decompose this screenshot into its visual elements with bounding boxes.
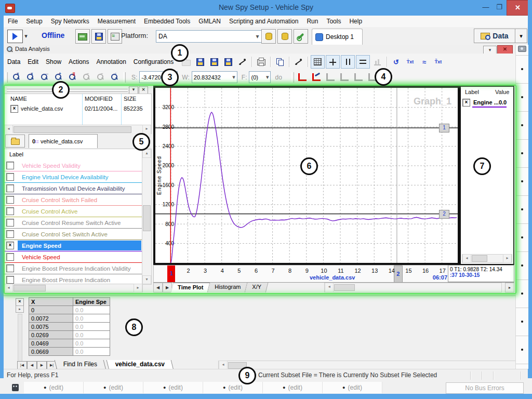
panel-close-button[interactable]: ✕ <box>139 86 148 94</box>
tab-histogram[interactable]: Histogram <box>208 283 248 292</box>
label-checkbox[interactable] <box>6 196 14 204</box>
da-menu-configurations[interactable]: Configurations <box>130 54 177 65</box>
signal-checkbox[interactable] <box>462 99 470 107</box>
axis-setup-button[interactable] <box>296 71 309 84</box>
scroll-left-icon[interactable]: ◂ <box>462 254 471 263</box>
menu-help[interactable]: Help <box>345 16 366 25</box>
data-button[interactable]: Data <box>474 29 515 43</box>
scrollbar-thumb[interactable] <box>334 284 355 291</box>
tab-time-plot[interactable]: Time Plot <box>171 283 210 292</box>
panel-vscrollbar[interactable] <box>18 314 22 364</box>
grid-toggle-button[interactable] <box>311 55 325 69</box>
zoom-x-button[interactable]: x <box>10 71 23 84</box>
save-button[interactable] <box>194 56 207 68</box>
function-key-slot[interactable]: ●(edit) <box>143 382 203 393</box>
hardware-button[interactable] <box>75 29 90 44</box>
panel-close-button[interactable]: × <box>16 298 24 306</box>
txt-wave-button[interactable]: T̃xt <box>432 56 445 68</box>
scrollbar-thumb[interactable] <box>14 126 131 133</box>
panel-expand-icon[interactable]: ▸ <box>16 305 24 313</box>
zoom-box-button[interactable]: ▫ <box>108 71 121 84</box>
vertical-cursors-button[interactable] <box>341 55 355 69</box>
label-checkbox[interactable] <box>6 219 14 227</box>
da-menu-annotation[interactable]: Annotation <box>92 54 129 65</box>
dock-item-button[interactable] <box>516 168 528 196</box>
scroll-down-icon[interactable]: ▾ <box>142 275 151 284</box>
label-checkbox[interactable] <box>6 253 14 261</box>
zoom-width-button[interactable]: ↔ <box>38 71 51 84</box>
histogram-view-button[interactable] <box>371 56 384 68</box>
menu-tools[interactable]: Tools <box>322 16 345 25</box>
table-row[interactable]: 0.02690.0 <box>29 331 110 339</box>
frame-combobox[interactable]: (0) ▾ <box>249 71 271 83</box>
menu-run[interactable]: Run <box>302 16 322 25</box>
capture-button[interactable] <box>516 45 528 56</box>
time-plot-graph[interactable]: 400800120016002000240028003200Engine Spe… <box>153 86 460 265</box>
width-combobox[interactable]: 20.832432 ▾ <box>192 71 237 83</box>
run-dropdown[interactable]: ▾ <box>22 30 30 42</box>
scrollbar-thumb[interactable] <box>143 205 151 231</box>
function-key-slot[interactable]: ●(edit) <box>203 382 263 393</box>
axis-color-button[interactable] <box>310 71 323 84</box>
toolbar-grip[interactable] <box>291 72 294 83</box>
toolbar-grip[interactable] <box>123 72 126 83</box>
save-all-button[interactable] <box>208 56 221 68</box>
dock-item-button[interactable] <box>516 84 528 112</box>
menu-setup[interactable]: Setup <box>22 16 46 25</box>
da-menu-dropdown[interactable]: ▾ <box>483 46 497 54</box>
menu-gmlan[interactable]: GMLAN <box>194 16 225 25</box>
dock-item-button[interactable] <box>516 140 528 168</box>
scroll-right-icon[interactable]: ▸ <box>503 254 512 263</box>
label-row[interactable]: Transmission Virtual Device Availability <box>4 183 142 194</box>
column-header-modified[interactable]: MODIFIED <box>85 96 113 102</box>
label-checkbox[interactable] <box>6 264 14 272</box>
file-tab-vehicle-data[interactable]: 0∷ vehicle_data.csv <box>29 134 98 148</box>
table-row[interactable]: 0.06690.0 <box>29 348 110 356</box>
platform-select[interactable]: DA ▾ <box>156 30 262 43</box>
marker-2-handle[interactable]: 2 <box>439 210 449 219</box>
dock-item-button[interactable] <box>516 196 528 224</box>
table-row[interactable]: 0.00750.0 <box>29 323 110 331</box>
function-key-slot[interactable]: ●(edit) <box>84 382 143 393</box>
tab-desktop-1[interactable]: Desktop 1 <box>312 29 363 45</box>
scrollbar-thumb[interactable] <box>472 255 487 262</box>
export-data-button[interactable] <box>222 56 235 68</box>
copy-button[interactable] <box>273 56 286 68</box>
logging-button[interactable] <box>108 29 122 44</box>
wrench-button[interactable] <box>294 29 308 44</box>
column-header-size[interactable]: SIZE <box>124 96 136 102</box>
plot-hscrollbar[interactable]: ◂ <box>324 283 502 292</box>
panel-drag-grip[interactable]: ▼ ✕ <box>4 85 151 94</box>
open-folder-button[interactable] <box>5 135 25 148</box>
trace-line-button[interactable] <box>292 56 305 68</box>
time-cursor-1[interactable]: 1 <box>167 265 175 283</box>
label-row[interactable]: Cruise Control Set Switch Active <box>4 229 142 240</box>
value-column-label[interactable]: Label <box>465 89 479 95</box>
da-menu-actions[interactable]: Actions <box>65 54 92 65</box>
tab-scroll-right-icon[interactable]: ▸ <box>505 283 514 292</box>
time-ruler[interactable]: 1 2 vehicle_data.csv 06:07 2345678910111… <box>153 265 449 283</box>
column-header-engine-spe[interactable]: Engine Spe <box>73 298 110 306</box>
label-checkbox[interactable] <box>6 162 14 169</box>
menu-spy-networks[interactable]: Spy Networks <box>47 16 94 25</box>
dock-item-button[interactable] <box>516 280 528 308</box>
database-button[interactable] <box>261 29 276 44</box>
zoom-out-button[interactable]: − <box>80 71 93 84</box>
label-checkbox[interactable] <box>6 184 14 192</box>
label-row[interactable]: Cruise Control Active <box>4 206 142 217</box>
function-key-slot[interactable]: ●(edit) <box>24 382 84 393</box>
wave-left-button[interactable]: ≈ <box>418 56 431 68</box>
scrollbar-thumb[interactable] <box>14 285 46 291</box>
label-row[interactable]: Engine Boost Pressure Indication Validit… <box>4 263 142 274</box>
database-export-button[interactable] <box>277 29 292 44</box>
maximize-button[interactable]: ❐ <box>493 2 506 12</box>
column-header-name[interactable]: NAME <box>10 96 27 102</box>
da-close-button[interactable]: ✕ <box>497 45 513 54</box>
label-row[interactable]: Cruise Control Resume Switch Active <box>4 217 142 229</box>
dock-item-button[interactable] <box>516 336 528 364</box>
label-row[interactable]: Engine Boost Pressure Indication <box>4 274 142 284</box>
save-setup-button[interactable] <box>91 29 106 44</box>
toolbar-grip[interactable] <box>5 72 8 83</box>
zoom-cursors-button[interactable]: || <box>66 71 79 84</box>
menu-measurement[interactable]: Measurement <box>94 16 140 25</box>
